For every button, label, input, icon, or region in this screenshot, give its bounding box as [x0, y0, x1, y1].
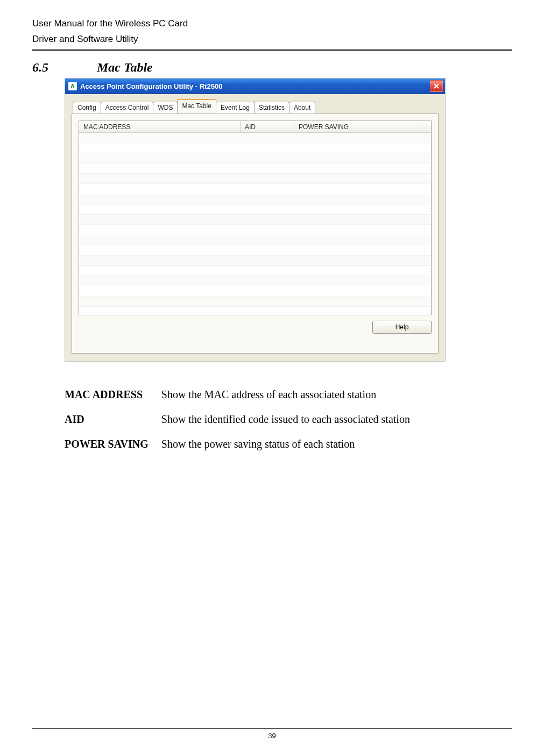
close-icon — [434, 83, 439, 89]
table-row — [79, 174, 431, 184]
page-header: User Manual for the Wireless PC Card Dri… — [32, 16, 512, 51]
tab-config[interactable]: Config — [73, 102, 101, 114]
tab-mac-table[interactable]: Mac Table — [177, 99, 216, 114]
help-row: Help — [79, 321, 432, 334]
table-row — [79, 153, 431, 164]
tab-access-control[interactable]: Access Control — [101, 102, 154, 114]
table-row — [79, 215, 431, 225]
table-row — [79, 194, 431, 204]
section-number: 6.5 — [32, 60, 48, 74]
definition-term: POWER SAVING — [65, 432, 161, 456]
titlebar-left: A Access Point Configuration Utility - R… — [68, 82, 222, 90]
listview-body — [79, 133, 431, 315]
close-button[interactable] — [430, 80, 443, 92]
table-row — [79, 245, 431, 256]
table-row — [79, 143, 431, 153]
screenshot-window: A Access Point Configuration Utility - R… — [65, 78, 446, 362]
definition-term: MAC ADDRESS — [65, 382, 161, 407]
table-row — [79, 256, 431, 266]
tabs: Config Access Control WDS Mac Table Even… — [72, 102, 439, 354]
table-row — [79, 286, 431, 296]
definition-desc: Show the power saving status of each sta… — [161, 432, 410, 456]
page-number: 39 — [32, 732, 512, 740]
table-row — [79, 296, 431, 307]
header-line1: User Manual for the Wireless PC Card — [32, 16, 512, 31]
page-footer: 39 — [32, 728, 512, 740]
definition-row: POWER SAVING Show the power saving statu… — [65, 432, 410, 456]
window-title-text: Access Point Configuration Utility - Rt2… — [80, 82, 222, 90]
table-row — [79, 266, 431, 276]
listview-header: MAC ADDRESS AID POWER SAVING — [79, 121, 431, 133]
window-body: Config Access Control WDS Mac Table Even… — [65, 94, 445, 361]
definitions-block: MAC ADDRESS Show the MAC address of each… — [65, 382, 512, 456]
help-button[interactable]: Help — [372, 321, 432, 334]
definition-term: AID — [65, 407, 161, 432]
mac-table-listview[interactable]: MAC ADDRESS AID POWER SAVING — [79, 121, 432, 315]
table-row — [79, 225, 431, 235]
table-row — [79, 307, 431, 315]
tab-statistics[interactable]: Statistics — [254, 102, 289, 114]
tab-event-log[interactable]: Event Log — [216, 102, 255, 114]
definition-desc: Show the identified code issued to each … — [161, 407, 410, 432]
definition-desc: Show the MAC address of each associated … — [161, 382, 410, 407]
tab-wds[interactable]: WDS — [153, 102, 178, 114]
column-header-aid[interactable]: AID — [241, 121, 294, 132]
tab-about[interactable]: About — [289, 102, 315, 114]
header-rule — [32, 50, 512, 51]
column-header-stub — [421, 121, 431, 132]
table-row — [79, 235, 431, 245]
definition-row: MAC ADDRESS Show the MAC address of each… — [65, 382, 410, 407]
header-line2: Driver and Software Utility — [32, 32, 512, 46]
table-row — [79, 184, 431, 194]
section-title-text: Mac Table — [97, 60, 153, 74]
window-titlebar[interactable]: A Access Point Configuration Utility - R… — [65, 79, 445, 94]
section-heading: 6.5Mac Table — [32, 60, 512, 75]
tab-panel: MAC ADDRESS AID POWER SAVING — [72, 114, 439, 354]
table-row — [79, 276, 431, 286]
definitions-table: MAC ADDRESS Show the MAC address of each… — [65, 382, 410, 456]
column-header-mac[interactable]: MAC ADDRESS — [79, 121, 241, 132]
column-header-power-saving[interactable]: POWER SAVING — [294, 121, 421, 132]
table-row — [79, 164, 431, 174]
footer-rule — [32, 728, 512, 729]
definition-row: AID Show the identified code issued to e… — [65, 407, 410, 432]
table-row — [79, 204, 431, 215]
app-icon: A — [68, 82, 77, 90]
table-row — [79, 133, 431, 143]
